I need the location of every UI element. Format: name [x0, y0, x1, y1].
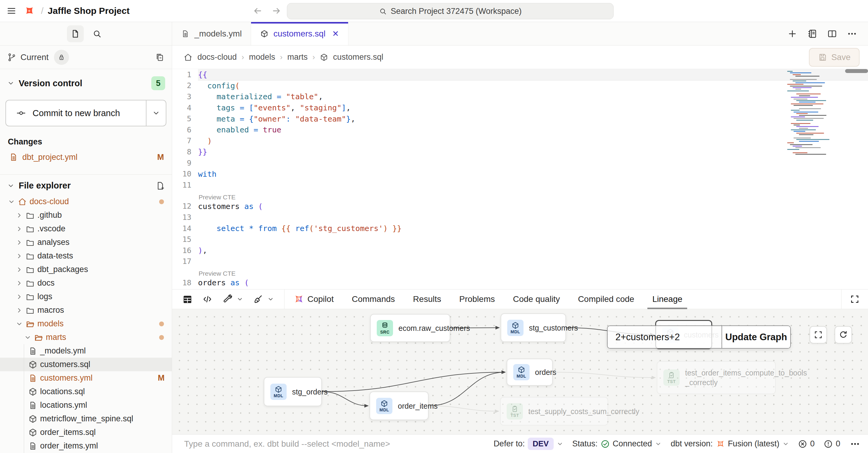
- code-line-14[interactable]: 14 select * from {{ ref('stg_customers')…: [172, 223, 868, 234]
- tree-item-.github[interactable]: .github: [0, 208, 172, 222]
- connection-status[interactable]: Status: Connected: [572, 439, 662, 449]
- lineage-selector-input[interactable]: 2+customers+2: [608, 326, 722, 348]
- tree-item-analyses[interactable]: analyses: [0, 235, 172, 249]
- global-search-input[interactable]: Search Project 372475 (Workspace): [287, 3, 614, 19]
- split-editor-icon[interactable]: [827, 29, 837, 39]
- dbt-logo-icon[interactable]: [23, 4, 36, 17]
- code-line-2[interactable]: 2 config(: [172, 80, 868, 91]
- code-line-10[interactable]: 10with: [172, 168, 868, 179]
- code-line-6[interactable]: 6 enabled = true: [172, 124, 868, 135]
- problems-errors[interactable]: 0: [798, 439, 815, 449]
- chevron-right-icon[interactable]: [16, 212, 23, 219]
- lineage-node-stg_orders[interactable]: MDLstg_orders: [264, 377, 322, 406]
- version-control-header[interactable]: Version control 5: [0, 69, 172, 93]
- chevron-down-icon[interactable]: [237, 296, 243, 303]
- dbt-version-selector[interactable]: dbt version: Fusion (latest): [671, 439, 789, 449]
- code-line-5[interactable]: 5 meta = {"owner": "data-team"},: [172, 113, 868, 124]
- chevron-right-icon[interactable]: [16, 252, 23, 260]
- lineage-node-test_supply_costs[interactable]: TSTtest_supply_costs_sum_correctly: [500, 397, 608, 426]
- code-line-4[interactable]: 4 tags = ["events", "staging"],: [172, 102, 868, 113]
- chevron-down-icon[interactable]: [8, 198, 15, 205]
- file-explorer-header[interactable]: File explorer: [0, 175, 172, 195]
- tree-item-.vscode[interactable]: .vscode: [0, 222, 172, 235]
- chevron-down-icon[interactable]: [24, 334, 31, 341]
- code-lens-annotation[interactable]: Preview CTE: [172, 267, 868, 277]
- chevron-right-icon[interactable]: [16, 293, 23, 301]
- chevron-right-icon[interactable]: [16, 307, 23, 314]
- format-broom-icon[interactable]: [253, 294, 263, 304]
- branch-selector[interactable]: Current: [0, 46, 172, 69]
- tree-item-docs-cloud[interactable]: docs-cloud: [0, 195, 172, 208]
- status-more-icon[interactable]: [850, 439, 860, 449]
- code-line-13[interactable]: 13: [172, 212, 868, 223]
- chevron-right-icon[interactable]: [16, 225, 23, 232]
- back-arrow-icon[interactable]: [253, 6, 263, 16]
- lineage-refresh-button[interactable]: [835, 326, 852, 343]
- code-icon[interactable]: [202, 294, 213, 304]
- panel-tab-compiled-code[interactable]: Compiled code: [569, 289, 644, 309]
- new-tab-icon[interactable]: [787, 29, 798, 39]
- home-icon[interactable]: [184, 53, 193, 62]
- tree-item-_models.yml[interactable]: _models.yml: [0, 344, 172, 358]
- tree-item-macros[interactable]: macros: [0, 304, 172, 317]
- tree-item-locations.sql[interactable]: locations.sql: [0, 385, 172, 398]
- tree-item-logs[interactable]: logs: [0, 290, 172, 304]
- chevron-down-icon[interactable]: [267, 296, 274, 303]
- problems-warnings[interactable]: 0: [824, 439, 840, 449]
- code-line-7[interactable]: 7 ): [172, 135, 868, 147]
- tab-customers-sql[interactable]: customers.sql ✕: [251, 22, 348, 45]
- code-editor[interactable]: 1{{2 config(3 materialized = "table",4 t…: [172, 69, 868, 289]
- tree-item-order_items.yml[interactable]: order_items.yml: [0, 439, 172, 453]
- lineage-node-orders[interactable]: MDLorders: [507, 359, 553, 386]
- tree-item-marts[interactable]: marts: [0, 331, 172, 344]
- tree-item-customers.sql[interactable]: customers.sql: [0, 358, 172, 371]
- chevron-right-icon[interactable]: [16, 266, 23, 273]
- panel-tab-lineage[interactable]: Lineage: [643, 289, 691, 309]
- tree-item-order_items.sql[interactable]: order_items.sql: [0, 426, 172, 439]
- minimap[interactable]: [787, 71, 832, 155]
- tree-item-data-tests[interactable]: data-tests: [0, 249, 172, 263]
- forward-arrow-icon[interactable]: [271, 6, 281, 16]
- panel-tab-code-quality[interactable]: Code quality: [504, 289, 569, 309]
- fullscreen-icon[interactable]: [850, 294, 860, 304]
- defer-selector[interactable]: Defer to: DEV: [494, 437, 563, 450]
- code-lens-annotation[interactable]: Preview CTE: [172, 191, 868, 201]
- lineage-node-test_order_items[interactable]: TSTtest_order_items_compute_to_bools _co…: [657, 361, 776, 394]
- breadcrumb-item[interactable]: docs-cloud: [197, 53, 237, 62]
- tree-item-dbt_packages[interactable]: dbt_packages: [0, 263, 172, 276]
- search-view-button[interactable]: [90, 27, 104, 40]
- lineage-node-order_items[interactable]: MDLorder_items: [370, 392, 429, 420]
- hamburger-menu-icon[interactable]: [7, 6, 16, 16]
- commit-options-button[interactable]: [146, 101, 166, 126]
- panel-tab-results[interactable]: Results: [404, 289, 450, 309]
- panel-tab-copilot[interactable]: Copilot: [284, 289, 343, 309]
- changed-file-row[interactable]: dbt_project.yml M: [0, 149, 172, 165]
- results-table-icon[interactable]: [182, 294, 193, 304]
- notebook-icon[interactable]: [807, 29, 817, 39]
- lineage-canvas[interactable]: 2+customers+2 Update Graph SRCecom.raw_c…: [172, 309, 868, 434]
- code-line-15[interactable]: 15: [172, 234, 868, 245]
- code-line-18[interactable]: 18orders as (: [172, 277, 868, 288]
- code-line-9[interactable]: 9: [172, 158, 868, 169]
- build-wrench-icon[interactable]: [222, 294, 232, 304]
- code-line-12[interactable]: 12customers as (: [172, 201, 868, 212]
- chevron-right-icon[interactable]: [16, 280, 23, 287]
- chevron-right-icon[interactable]: [16, 239, 23, 246]
- lineage-fullscreen-button[interactable]: [809, 326, 827, 343]
- commit-to-new-branch-button[interactable]: Commit to new branch: [6, 101, 146, 126]
- save-button[interactable]: Save: [809, 48, 860, 67]
- copy-icon[interactable]: [155, 53, 164, 62]
- panel-tab-problems[interactable]: Problems: [450, 289, 504, 309]
- tab-models-yml[interactable]: _models.yml: [172, 22, 251, 45]
- breadcrumb-item[interactable]: marts: [287, 53, 308, 62]
- more-options-icon[interactable]: [847, 29, 857, 39]
- code-line-16[interactable]: 16),: [172, 245, 868, 256]
- tree-item-metricflow_time_spine.sql[interactable]: metricflow_time_spine.sql: [0, 412, 172, 426]
- code-line-11[interactable]: 11: [172, 179, 868, 191]
- tree-item-customers.yml[interactable]: customers.ymlM: [0, 371, 172, 385]
- new-file-icon[interactable]: [156, 181, 165, 191]
- tree-item-locations.yml[interactable]: locations.yml: [0, 398, 172, 412]
- code-line-8[interactable]: 8}}: [172, 146, 868, 158]
- close-tab-icon[interactable]: ✕: [332, 29, 339, 38]
- code-line-17[interactable]: 17: [172, 256, 868, 267]
